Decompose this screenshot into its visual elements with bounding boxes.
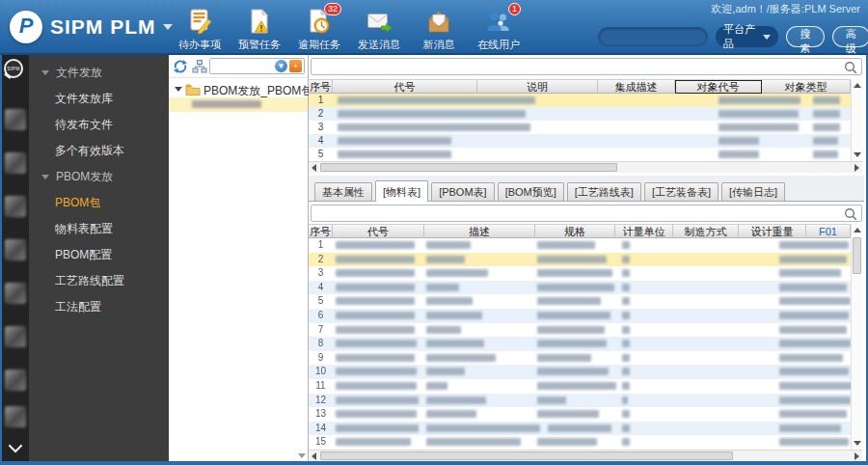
table-row-15[interactable]: 15 (309, 435, 851, 450)
table-row-3[interactable]: 3 (309, 266, 851, 281)
table-row-3[interactable]: 3 (309, 121, 851, 134)
table-row-5[interactable]: 5 (309, 294, 851, 309)
column-header-序号[interactable]: 序号 (309, 80, 333, 94)
vertical-scroll-thumb[interactable] (853, 237, 861, 274)
table-row-7[interactable]: 7 (309, 323, 851, 338)
brand[interactable]: P SIPM PLM (10, 11, 173, 43)
table-row-4[interactable]: 4 (309, 281, 851, 295)
table-row-11[interactable]: 11 (309, 379, 851, 394)
nav-item-4[interactable]: 发送消息 (349, 7, 409, 52)
search-button[interactable]: 搜索 (786, 26, 824, 47)
sipm-search-logo-icon[interactable]: SIPM (4, 59, 27, 82)
scroll-left-icon[interactable] (312, 164, 316, 172)
column-header-代号[interactable]: 代号 (333, 225, 424, 238)
column-header-对象类型[interactable]: 对象类型 (762, 80, 851, 94)
table-row-8[interactable]: 8 (309, 337, 851, 351)
menu-item-工艺路线配置[interactable]: 工艺路线配置 (29, 268, 169, 294)
strip-expand-chevron-icon[interactable] (8, 440, 23, 457)
column-header-说明[interactable]: 说明 (477, 80, 598, 94)
table-row-1[interactable]: 1 (309, 238, 851, 253)
table-row-9[interactable]: 9 (309, 351, 851, 366)
table-row-5[interactable]: 5 (309, 148, 851, 161)
table-row-13[interactable]: 13 (309, 407, 851, 422)
column-header-制造方式[interactable]: 制造方式 (673, 225, 739, 238)
strip-module-icon-6[interactable] (5, 326, 26, 347)
scroll-down-icon[interactable] (854, 152, 861, 157)
search-icon[interactable] (843, 60, 858, 79)
scroll-right-icon[interactable] (854, 452, 859, 460)
menu-item-PBOM配置[interactable]: PBOM配置 (29, 242, 169, 268)
strip-module-icon-3[interactable] (5, 196, 26, 217)
menu-item-待发布文件[interactable]: 待发布文件 (29, 112, 169, 138)
column-header-序号[interactable]: 序号 (309, 225, 333, 238)
table-row-10[interactable]: 10 (309, 365, 851, 379)
column-header-集成描述[interactable]: 集成描述 (598, 80, 675, 94)
horizontal-scrollbar[interactable] (309, 450, 862, 461)
menu-group-5[interactable]: PBOM发放 (29, 164, 169, 190)
strip-module-icon-5[interactable] (5, 283, 26, 304)
column-header-计量单位[interactable]: 计量单位 (615, 225, 673, 238)
menu-item-物料表配置[interactable]: 物料表配置 (29, 216, 169, 242)
column-header-对象代号[interactable]: 对象代号 (675, 80, 762, 94)
menu-item-文件发放库[interactable]: 文件发放库 (29, 86, 169, 112)
tab-PBOM表[interactable]: [PBOM表] (431, 182, 495, 201)
horizontal-scrollbar[interactable] (309, 161, 862, 173)
table-row-2[interactable]: 2 (309, 107, 851, 121)
table-row-6[interactable]: 6 (309, 309, 851, 323)
tab-工艺路线表[interactable]: [工艺路线表] (567, 182, 641, 201)
bottom-table-search-input[interactable] (315, 206, 836, 220)
table-row-12[interactable]: 12 (309, 394, 851, 408)
menu-item-多个有效版本[interactable]: 多个有效版本 (29, 138, 169, 164)
group-collapse-caret-icon[interactable] (41, 70, 49, 75)
advanced-search-button[interactable]: 高级 (832, 26, 868, 47)
vertical-scrollbar[interactable] (851, 224, 862, 450)
tab-传输日志[interactable]: [传输日志] (721, 182, 785, 201)
horizontal-scroll-thumb[interactable] (320, 451, 733, 460)
tab-物料表[interactable]: [物料表] (375, 180, 428, 202)
menu-item-PBOM包[interactable]: PBOM包 (29, 190, 169, 216)
column-header-设计重量[interactable]: 设计重量 (739, 225, 806, 238)
menu-item-工法配置[interactable]: 工法配置 (29, 294, 169, 320)
vertical-scrollbar[interactable] (851, 79, 862, 161)
scroll-right-icon[interactable] (854, 164, 859, 172)
tree-filter-input[interactable] (212, 60, 272, 72)
nav-item-5[interactable]: 新消息 (409, 7, 469, 52)
strip-module-icon-1[interactable] (5, 109, 26, 130)
search-icon[interactable] (843, 206, 858, 226)
refresh-icon[interactable] (173, 59, 188, 78)
scroll-up-icon[interactable] (854, 228, 861, 232)
nav-item-2[interactable]: 预警任务 (230, 7, 289, 52)
column-header-F01[interactable]: F01 (806, 225, 851, 238)
tab-基本属性[interactable]: 基本属性 (314, 182, 372, 201)
scroll-up-icon[interactable] (854, 83, 861, 88)
table-row-4[interactable]: 4 (309, 134, 851, 148)
table-row-14[interactable]: 14 (309, 422, 851, 436)
search-scope-dropdown[interactable]: 平台产品 (716, 26, 778, 47)
group-collapse-caret-icon[interactable] (41, 175, 49, 179)
tab-BOM预览[interactable]: [BOM预览] (498, 182, 564, 201)
nav-item-6[interactable]: 1在线用户 (469, 7, 529, 52)
tree-child-node-selected[interactable] (169, 97, 308, 112)
table-row-2[interactable]: 2 (309, 253, 851, 267)
table-row-1[interactable]: 1 (309, 94, 851, 107)
horizontal-scroll-thumb[interactable] (320, 163, 617, 172)
tab-工艺装备表[interactable]: [工艺装备表] (644, 182, 719, 201)
scroll-left-icon[interactable] (312, 452, 316, 460)
nav-item-3[interactable]: 32逾期任务 (289, 7, 349, 52)
tree-root-node[interactable]: PBOM发放_PBOM包 (169, 82, 308, 97)
tree-view-icon[interactable] (192, 59, 207, 78)
tree-scrollbar-down-icon[interactable] (298, 453, 306, 458)
scroll-down-icon[interactable] (854, 441, 861, 446)
strip-module-icon-8[interactable] (5, 406, 26, 427)
column-header-代号[interactable]: 代号 (333, 80, 477, 94)
top-table-search-input[interactable] (315, 60, 836, 73)
strip-module-icon-2[interactable] (5, 152, 26, 174)
column-header-规格[interactable]: 规格 (535, 225, 615, 238)
nav-item-1[interactable]: 待办事项 (170, 7, 230, 52)
tree-expand-caret-icon[interactable] (175, 87, 182, 92)
menu-group-1[interactable]: 文件发放 (29, 60, 169, 86)
tree-filter-go-icon[interactable]: ▼ (275, 60, 287, 72)
global-search-input[interactable] (598, 27, 708, 46)
strip-module-icon-7[interactable] (5, 369, 26, 391)
column-header-描述[interactable]: 描述 (424, 225, 535, 238)
